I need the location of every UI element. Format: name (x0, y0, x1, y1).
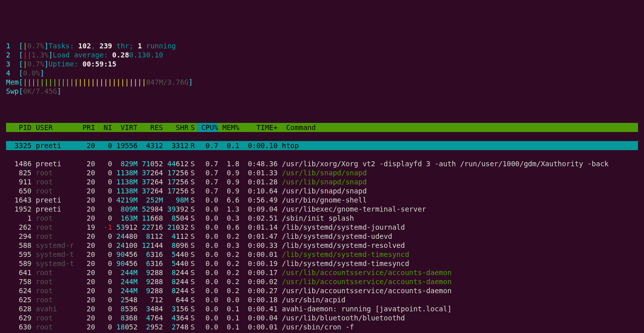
process-row[interactable]: 628 avahi200853634843156S0.00.10:00.41av… (6, 304, 638, 313)
process-row[interactable]: 625 root2002548712644S0.00.00:00.18/usr/… (6, 295, 638, 304)
process-row[interactable]: 1486 preeti200829M7105244612S0.71.80:48.… (6, 159, 638, 168)
process-row[interactable]: 624 root200244M92888244S0.00.20:00.27/us… (6, 286, 638, 295)
process-row[interactable]: 911 root2001138M3726417256S0.70.90:01.28… (6, 177, 638, 186)
process-row[interactable]: 650 root2001138M3726417256S0.70.90:10.64… (6, 186, 638, 195)
cpu-meter-3: 3 [| 0.7%] Uptime: 00:59:15 (6, 59, 638, 69)
process-row[interactable]: 294 root2002448081124112S0.00.20:01.47/l… (6, 232, 638, 241)
swp-meter: Swp[ 0K/7.45G] (6, 87, 638, 96)
mem-meter: Mem[||||||||||||||||||||||||||||| 847M/3… (6, 78, 638, 87)
process-row[interactable]: 641 root200244M92888244S0.00.20:00.17/us… (6, 268, 638, 277)
process-row[interactable]: 758 root200244M92888244S0.00.20:00.02/us… (6, 277, 638, 286)
process-row[interactable]: 262 root19-1539122271621032S0.00.60:01.1… (6, 223, 638, 232)
process-list[interactable]: 1486 preeti200829M7105244612S0.71.80:48.… (6, 159, 638, 333)
process-row[interactable]: 1952 preeti200809M5298439392S0.01.30:09.… (6, 205, 638, 214)
process-row[interactable]: 825 root2001138M3726417256S0.70.90:01.33… (6, 168, 638, 177)
cpu-meter-1: 1 [| 0.7%] Tasks: 102, 239 thr; 1 runnin… (6, 41, 638, 50)
cpu-meter-2: 2 [|| 1.3%] Load average: 0.28 0.13 0.10 (6, 50, 638, 59)
cpu-meter-4: 4 [ 0.0%] (6, 69, 638, 78)
process-row[interactable]: 595 systemd-t2009045663165440S0.00.20:00… (6, 250, 638, 259)
process-row[interactable]: 630 root2001805229522748S0.00.10:00.01/u… (6, 322, 638, 331)
process-row[interactable]: 589 systemd-t2009045663165440S0.00.20:00… (6, 259, 638, 268)
selected-process-row[interactable]: 3325 preeti2001955643123312R0.70.10:00.1… (6, 141, 638, 150)
process-row[interactable]: 1 root200163M116688504S0.00.30:02.51/sbi… (6, 214, 638, 223)
column-header-row: PID USERPRINIVIRTRESSHRSCPU%MEM%TIME+ Co… (6, 123, 638, 132)
process-row[interactable]: 1643 preeti2004219M252M98MS0.06.60:56.49… (6, 195, 638, 205)
process-row[interactable]: 629 root200836847644364S0.00.10:00.04/us… (6, 313, 638, 322)
process-row[interactable]: 588 systemd-r20024100121448096S0.00.30:0… (6, 241, 638, 250)
system-meters: 1 [| 0.7%] Tasks: 102, 239 thr; 1 runnin… (6, 41, 638, 96)
